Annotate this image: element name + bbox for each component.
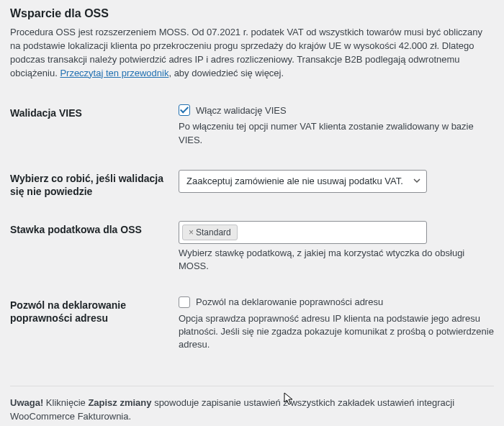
remove-tag-icon[interactable]: × — [189, 227, 194, 237]
rate-label: Stawka podatkowa dla OSS — [10, 212, 176, 287]
section-heading: Wsparcie dla OSS — [10, 7, 494, 20]
vies-description: Po włączeniu tej opcji numer VAT klienta… — [179, 120, 494, 146]
rate-description: Wybierz stawkę podatkową, z jakiej ma ko… — [179, 247, 494, 273]
vies-label: Walidacja VIES — [10, 96, 176, 160]
intro-paragraph: Procedura OSS jest rozszerzeniem MOSS. O… — [10, 26, 494, 80]
address-declare-checkbox-label: Pozwól na deklarowanie poprawności adres… — [196, 296, 383, 307]
notice-bold-2: Zapisz zmiany — [88, 397, 151, 408]
rate-tag[interactable]: × Standard — [182, 225, 238, 240]
guide-link[interactable]: Przeczytaj ten przewodnik — [60, 68, 168, 78]
notice-bold-1: Uwaga! — [10, 397, 43, 408]
address-declare-description: Opcja sprawdza poprawność adresu IP klie… — [179, 312, 494, 352]
rate-tag-label: Standard — [196, 227, 231, 237]
notice-text-1: Kliknięcie — [43, 397, 88, 408]
address-declare-label: Pozwól na deklarowanie poprawności adres… — [10, 288, 176, 366]
vies-checkbox[interactable] — [179, 104, 190, 116]
intro-text-2: , aby dowiedzieć się więcej. — [168, 68, 284, 78]
address-declare-checkbox[interactable] — [179, 296, 190, 308]
fail-action-select[interactable]: Zaakceptuj zamówienie ale nie usuwaj pod… — [179, 170, 427, 193]
fail-action-label: Wybierz co robić, jeśli walidacja się ni… — [10, 161, 176, 212]
vies-checkbox-label: Włącz walidację VIES — [196, 105, 287, 116]
save-notice: Uwaga! Kliknięcie Zapisz zmiany spowoduj… — [10, 386, 494, 424]
rate-tag-input[interactable]: × Standard — [179, 221, 427, 244]
settings-form: Walidacja VIES Włącz walidację VIES Po w… — [10, 96, 494, 366]
